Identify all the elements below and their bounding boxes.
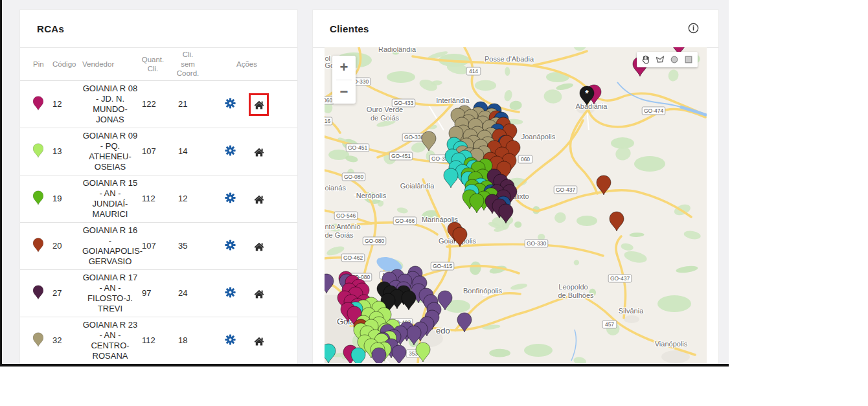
road-badge: GO-451	[346, 144, 369, 152]
svg-text:GO-330: GO-330	[527, 240, 547, 247]
road-badge: GO-546	[334, 212, 358, 220]
row-vendedor: GOIANIA R 23 - AN - CENTRO-ROSANA	[82, 320, 138, 361]
row-pin-cell	[33, 238, 52, 255]
header-cli-sem-coord: Cli. sem Coord.	[168, 50, 208, 78]
rca-table-header: Pin Código Vendedor Quant. Cli. Cli. sem…	[20, 48, 297, 81]
zoom-out-button[interactable]: −	[332, 80, 356, 104]
row-quant-cli: 97	[138, 288, 168, 299]
home-icon	[253, 241, 265, 252]
settings-gear-icon[interactable]	[225, 98, 236, 111]
road-badge: GO-466	[393, 217, 417, 225]
home-button[interactable]	[249, 235, 269, 258]
green-area	[489, 349, 510, 357]
clientes-title: Clientes	[330, 23, 369, 34]
svg-text:GO-474: GO-474	[644, 107, 664, 114]
row-quant-cli: 107	[138, 241, 168, 251]
green-area	[657, 295, 691, 312]
svg-text:GO-330: GO-330	[404, 134, 424, 141]
map-town-label: de Bulhões	[558, 291, 594, 299]
map-town-label: Leopoldo	[558, 283, 588, 291]
svg-text:GO-416: GO-416	[325, 118, 330, 124]
table-row[interactable]: 13 GOIANIA R 09 - PQ. ATHENEU-OSEIAS 107…	[20, 128, 297, 175]
svg-text:GO-437: GO-437	[556, 186, 576, 193]
zoom-in-button[interactable]: +	[332, 56, 356, 80]
home-button[interactable]	[249, 330, 269, 352]
row-cli-sem-coord: 12	[168, 194, 208, 204]
home-button[interactable]	[249, 93, 269, 116]
road-badge: GO-451	[389, 152, 413, 160]
home-icon	[253, 99, 265, 110]
info-icon[interactable]	[688, 23, 699, 36]
svg-text:GO-451: GO-451	[348, 144, 368, 151]
pan-hand-tool[interactable]	[639, 52, 653, 67]
rca-pin-icon	[33, 143, 43, 158]
settings-gear-icon[interactable]	[225, 240, 236, 253]
settings-gear-icon[interactable]	[225, 145, 236, 159]
row-vendedor: GOIANIA R 08 - JD. N. MUNDO-JONAS	[82, 84, 138, 124]
header-vendedor: Vendedor	[82, 60, 138, 69]
table-row[interactable]: 12 GOIANIA R 08 - JD. N. MUNDO-JONAS 122…	[20, 81, 297, 128]
road-badge: 457	[602, 321, 617, 328]
row-quant-cli: 122	[138, 99, 168, 109]
map-town-label: nto Antônio	[325, 223, 361, 231]
green-area	[387, 71, 415, 83]
home-button[interactable]	[249, 188, 269, 210]
row-pin-cell	[33, 143, 52, 161]
row-pin-cell	[33, 285, 52, 302]
row-cli-sem-coord: 18	[168, 335, 208, 346]
road-badge: 414	[466, 67, 481, 75]
row-vendedor: GOIANIA R 09 - PQ. ATHENEU-OSEIAS	[82, 131, 138, 172]
row-pin-cell	[33, 96, 52, 113]
row-vendedor: GOIANIA R 17 - AN - FILOSTO-J. TREVI	[82, 273, 138, 313]
row-acoes	[208, 188, 286, 210]
map-town-label: Bonfinópolis	[463, 287, 502, 295]
home-icon	[253, 335, 265, 346]
map-canvas[interactable]: RadiolândiaPosse d'AbadiaInterlândiaOuro…	[325, 47, 707, 363]
app-viewport: RCAs Pin Código Vendedor Quant. Cli. Cli…	[0, 0, 729, 367]
road-badge: GO-080	[342, 173, 365, 181]
map-town-label: Joanápolis	[521, 133, 556, 141]
row-quant-cli: 112	[138, 194, 168, 204]
table-row[interactable]: 32 GOIANIA R 23 - AN - CENTRO-ROSANA 112…	[20, 317, 297, 365]
row-acoes	[208, 141, 286, 163]
svg-text:GO-060: GO-060	[325, 97, 332, 104]
row-acoes	[208, 235, 286, 258]
road-badge: 060	[518, 155, 532, 163]
draw-circle-tool[interactable]	[667, 52, 681, 67]
settings-gear-icon[interactable]	[225, 192, 236, 206]
road-badge: GO-080	[363, 237, 386, 245]
rca-pin-icon	[33, 96, 43, 111]
row-codigo: 27	[52, 288, 82, 299]
draw-rectangle-tool[interactable]	[681, 52, 696, 67]
road-badge: GO-437	[554, 186, 577, 194]
row-vendedor: GOIANIA R 15 - AN - JUNDIAÍ-MAURICI	[82, 178, 138, 219]
home-button[interactable]	[249, 282, 269, 305]
svg-text:414: 414	[469, 68, 478, 74]
green-area	[577, 216, 597, 226]
draw-polygon-tool[interactable]	[653, 52, 667, 67]
svg-text:GO-462: GO-462	[343, 254, 363, 261]
rcas-header: RCAs	[20, 10, 297, 48]
map-town-label: Posse d'Abadia	[485, 55, 534, 63]
home-button[interactable]	[249, 141, 269, 163]
green-area	[475, 80, 496, 91]
table-row[interactable]: 20 GOIANIA R 16 - GOIANAPOLIS-GERVASIO 1…	[20, 223, 297, 270]
rcas-title: RCAs	[37, 23, 64, 34]
map-town-label: de Goiás	[325, 231, 354, 239]
home-icon	[253, 194, 265, 205]
rca-table-body: 12 GOIANIA R 08 - JD. N. MUNDO-JONAS 122…	[20, 81, 297, 365]
settings-gear-icon[interactable]	[225, 287, 236, 300]
rca-pin-icon	[33, 332, 43, 347]
map-zoom-control: + −	[332, 56, 356, 104]
table-row[interactable]: 19 GOIANIA R 15 - AN - JUNDIAÍ-MAURICI 1…	[20, 175, 297, 223]
row-quant-cli: 107	[138, 146, 168, 157]
map-town-label: de Goiás	[371, 114, 400, 122]
row-acoes	[208, 330, 286, 352]
settings-gear-icon[interactable]	[225, 334, 236, 348]
table-row[interactable]: 27 GOIANIA R 17 - AN - FILOSTO-J. TREVI …	[20, 270, 297, 317]
rca-pin-icon	[33, 238, 43, 253]
row-cli-sem-coord: 35	[168, 241, 208, 251]
home-icon	[253, 146, 265, 157]
svg-text:*: *	[585, 88, 589, 98]
row-codigo: 12	[52, 99, 82, 109]
